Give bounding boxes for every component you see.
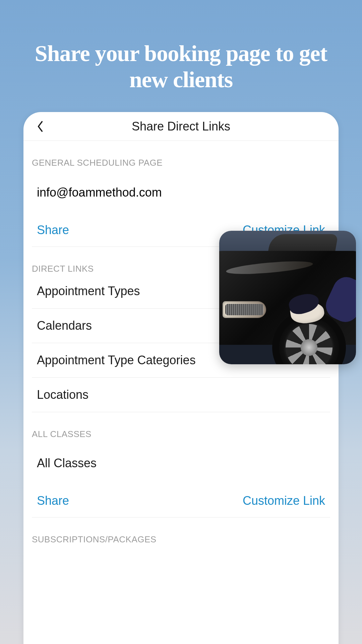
action-row-classes: Share Customize Link (32, 470, 330, 518)
link-item-locations[interactable]: Locations (32, 378, 330, 412)
share-button[interactable]: Share (37, 223, 69, 237)
phone-frame: Share Direct Links GENERAL SCHEDULING PA… (23, 112, 339, 644)
promo-heading: Share your booking page to get new clien… (0, 0, 362, 93)
back-button[interactable] (34, 120, 47, 133)
chevron-left-icon (37, 120, 44, 132)
promo-image-car-detailing (219, 231, 356, 364)
app-header: Share Direct Links (23, 112, 339, 141)
page-title: Share Direct Links (132, 119, 230, 133)
section-label-all-classes: ALL CLASSES (32, 412, 330, 439)
section-label-general: GENERAL SCHEDULING PAGE (32, 141, 330, 168)
all-classes-title: All Classes (32, 439, 330, 470)
share-button-classes[interactable]: Share (37, 494, 69, 508)
customize-link-button-classes[interactable]: Customize Link (243, 494, 325, 508)
section-label-subscriptions: SUBSCRIPTIONS/PACKAGES (32, 518, 330, 545)
email-value: info@foammethod.com (32, 168, 330, 200)
